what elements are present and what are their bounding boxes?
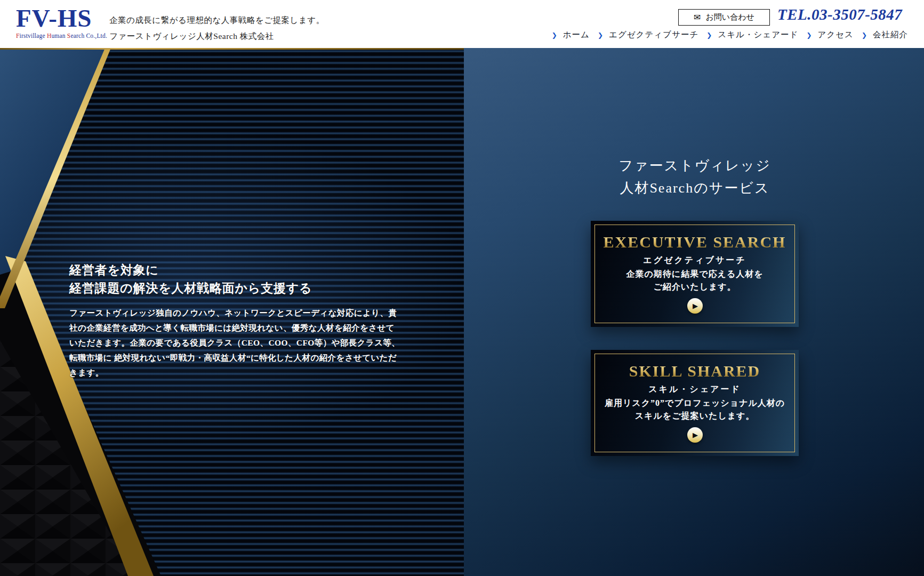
play-button[interactable]: ▶: [687, 298, 703, 314]
contact-button-label: お問い合わせ: [706, 12, 754, 22]
main-content: 経営者を対象に 経営課題の解決を人材戦略面から支援する ファーストヴィレッジ独自…: [0, 48, 924, 576]
chevron-right-icon: ❯: [552, 31, 558, 39]
card-title: SKILL SHARED: [629, 362, 761, 380]
logo-subtext: Firstvillage Human Search Co.,Ltd.: [16, 33, 107, 39]
chevron-right-icon: ❯: [598, 31, 604, 39]
executive-search-card-inner: EXECUTIVE SEARCH エグゼクティブサーチ 企業の期待に結果で応える…: [591, 221, 799, 327]
chevron-right-icon: ❯: [806, 31, 812, 39]
play-icon: ▶: [693, 302, 698, 309]
nav-item-home[interactable]: ❯ ホーム: [552, 29, 590, 41]
logo-sub-initial: F: [16, 33, 20, 39]
nav-item-label: アクセス: [817, 29, 853, 41]
nav-item-label: 会社紹介: [873, 29, 908, 41]
hero-heading-line1: 経営者を対象に: [69, 261, 411, 279]
hero-text-block: 経営者を対象に 経営課題の解決を人材戦略面から支援する ファーストヴィレッジ独自…: [69, 261, 411, 380]
nav-item-label: エグゼクティブサーチ: [609, 29, 698, 41]
skill-shared-card[interactable]: SKILL SHARED スキル・シェアード 雇用リスク”0”でプロフェッショナ…: [591, 350, 799, 456]
services-title-line2: 人材Searchのサービス: [591, 177, 799, 199]
main-nav: ❯ ホーム ❯ エグゼクティブサーチ ❯ スキル・シェアード ❯ アクセス ❯ …: [552, 29, 908, 41]
nav-item-skill-shared[interactable]: ❯ スキル・シェアード: [706, 29, 798, 41]
chevron-right-icon: ❯: [862, 31, 867, 39]
mail-icon: ✉: [694, 13, 701, 22]
logo[interactable]: FV-HS Firstvillage Human Search Co.,Ltd.: [16, 6, 107, 39]
contact-button[interactable]: ✉ お問い合わせ: [678, 9, 770, 26]
card-subtitle: スキル・シェアード: [648, 384, 741, 395]
hero-paragraph: ファーストヴィレッジ独自のノウハウ、ネットワークとスピーディな対応により、貴社の…: [69, 306, 401, 380]
nav-item-label: スキル・シェアード: [718, 29, 798, 41]
hero-section: 経営者を対象に 経営課題の解決を人材戦略面から支援する ファーストヴィレッジ独自…: [0, 48, 464, 576]
nav-item-executive-search[interactable]: ❯ エグゼクティブサーチ: [598, 29, 698, 41]
tagline-line2: ファーストヴィレッジ人材Search 株式会社: [109, 28, 325, 44]
play-icon: ▶: [693, 431, 698, 438]
chevron-right-icon: ❯: [706, 31, 712, 39]
card-description: 雇用リスク”0”でプロフェッショナル人材の スキルをご提案いたします。: [605, 397, 785, 422]
services-title: ファーストヴィレッジ 人材Searchのサービス: [591, 155, 799, 199]
hero-heading-line2: 経営課題の解決を人材戦略面から支援する: [69, 279, 411, 298]
nav-item-label: ホーム: [563, 29, 590, 41]
card-title: EXECUTIVE SEARCH: [604, 233, 786, 251]
logo-text: FV-HS: [16, 6, 107, 31]
tagline: 企業の成長に繋がる理想的な人事戦略をご提案します。 ファーストヴィレッジ人材Se…: [109, 12, 325, 44]
executive-search-card[interactable]: EXECUTIVE SEARCH エグゼクティブサーチ 企業の期待に結果で応える…: [591, 221, 799, 327]
page: FV-HS Firstvillage Human Search Co.,Ltd.…: [0, 0, 924, 576]
tagline-line1: 企業の成長に繋がる理想的な人事戦略をご提案します。: [109, 12, 325, 28]
card-subtitle: エグゼクティブサーチ: [643, 255, 746, 266]
services-title-line1: ファーストヴィレッジ: [591, 155, 799, 177]
phone-number: TEL.03-3507-5847: [777, 6, 902, 23]
nav-item-access[interactable]: ❯ アクセス: [806, 29, 854, 41]
services-section: ファーストヴィレッジ 人材Searchのサービス EXECUTIVE SEARC…: [464, 48, 924, 576]
header: FV-HS Firstvillage Human Search Co.,Ltd.…: [0, 0, 924, 48]
skill-shared-card-inner: SKILL SHARED スキル・シェアード 雇用リスク”0”でプロフェッショナ…: [591, 350, 799, 456]
card-description: 企業の期待に結果で応える人材を ご紹介いたします。: [626, 268, 763, 293]
nav-item-company[interactable]: ❯ 会社紹介: [862, 29, 908, 41]
play-button[interactable]: ▶: [687, 427, 703, 443]
